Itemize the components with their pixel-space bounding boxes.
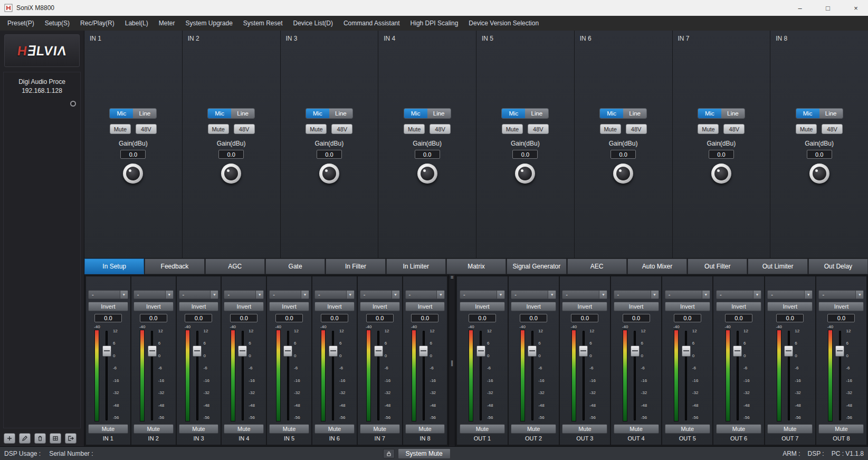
mic-button[interactable]: Mic	[796, 109, 819, 118]
dropdown-arrow-icon[interactable]: ▼	[497, 291, 504, 299]
fader[interactable]	[283, 330, 292, 421]
fader-handle[interactable]	[682, 346, 691, 357]
line-button[interactable]: Line	[623, 109, 646, 118]
level-value-field[interactable]: 0.0	[275, 314, 303, 322]
tab-in-setup[interactable]: In Setup	[84, 258, 144, 274]
dropdown-arrow-icon[interactable]: ▼	[804, 291, 812, 299]
mute-button[interactable]: Mute	[698, 124, 719, 134]
tab-out-limiter[interactable]: Out Limiter	[748, 258, 807, 274]
level-value-field[interactable]: 0.0	[411, 314, 438, 322]
gain-value-field[interactable]: 0.0	[120, 150, 146, 159]
close-button[interactable]: ×	[844, 0, 868, 16]
dropdown-arrow-icon[interactable]: ▼	[702, 291, 710, 299]
phantom-48v-button[interactable]: 48V	[626, 124, 647, 134]
route-select[interactable]: - ▼	[314, 290, 355, 299]
level-value-field[interactable]: 0.0	[827, 314, 855, 322]
dropdown-arrow-icon[interactable]: ▼	[855, 291, 863, 299]
route-select[interactable]: - ▼	[562, 290, 607, 299]
fader[interactable]	[374, 330, 383, 421]
level-value-field[interactable]: 0.0	[725, 314, 752, 322]
mute-button[interactable]: Mute	[360, 424, 400, 434]
fader-handle[interactable]	[528, 346, 537, 357]
level-value-field[interactable]: 0.0	[94, 314, 122, 322]
fader-handle[interactable]	[193, 346, 202, 357]
fader-handle[interactable]	[476, 346, 485, 357]
line-button[interactable]: Line	[819, 109, 843, 118]
mute-button[interactable]: Mute	[179, 424, 219, 434]
route-select[interactable]: - ▼	[224, 290, 264, 299]
fader[interactable]	[835, 330, 844, 421]
route-select[interactable]: - ▼	[179, 290, 219, 299]
tab-signal-generator[interactable]: Signal Generator	[507, 258, 566, 274]
route-select[interactable]: - ▼	[665, 290, 710, 299]
gain-value-field[interactable]: 0.0	[807, 150, 832, 159]
level-value-field[interactable]: 0.0	[571, 314, 598, 322]
route-select[interactable]: - ▼	[405, 290, 445, 299]
menu-item-device-version-selection[interactable]: Device Version Selection	[463, 16, 544, 31]
gain-knob[interactable]	[221, 164, 241, 184]
gain-knob[interactable]	[319, 164, 339, 184]
phantom-48v-button[interactable]: 48V	[331, 124, 352, 134]
menu-item-label-l[interactable]: Label(L)	[120, 16, 154, 31]
route-select[interactable]: - ▼	[269, 290, 309, 299]
mute-button[interactable]: Mute	[796, 124, 817, 134]
mute-button[interactable]: Mute	[614, 424, 659, 434]
route-select[interactable]: - ▼	[133, 290, 174, 299]
mute-button[interactable]: Mute	[224, 424, 264, 434]
fader-handle[interactable]	[374, 346, 383, 357]
panel-splitter[interactable]: ≡ ∥	[449, 275, 455, 446]
dropdown-arrow-icon[interactable]: ▼	[548, 291, 556, 299]
mute-button[interactable]: Mute	[511, 424, 556, 434]
tab-in-filter[interactable]: In Filter	[326, 258, 385, 274]
fader[interactable]	[329, 330, 338, 421]
tab-feedback[interactable]: Feedback	[145, 258, 204, 274]
mute-button[interactable]: Mute	[818, 424, 864, 434]
invert-button[interactable]: Invert	[818, 302, 864, 311]
invert-button[interactable]: Invert	[269, 302, 309, 311]
menu-item-setup-s[interactable]: Setup(S)	[40, 16, 75, 31]
mute-button[interactable]: Mute	[502, 124, 523, 134]
route-select[interactable]: - ▼	[818, 290, 864, 299]
fader-handle[interactable]	[631, 346, 640, 357]
lock-button[interactable]	[383, 449, 395, 458]
mic-button[interactable]: Mic	[502, 109, 525, 118]
route-select[interactable]: - ▼	[716, 290, 761, 299]
invert-button[interactable]: Invert	[716, 302, 761, 311]
maximize-button[interactable]: □	[816, 0, 840, 16]
delete-device-button[interactable]	[34, 433, 46, 444]
level-value-field[interactable]: 0.0	[623, 314, 650, 322]
invert-button[interactable]: Invert	[767, 302, 813, 311]
mute-button[interactable]: Mute	[306, 124, 327, 134]
dropdown-arrow-icon[interactable]: ▼	[392, 291, 399, 299]
menu-item-system-upgrade[interactable]: System Upgrade	[180, 16, 237, 31]
mute-button[interactable]: Mute	[404, 124, 425, 134]
menu-item-rec-play-r[interactable]: Rec/Play(R)	[75, 16, 120, 31]
gain-value-field[interactable]: 0.0	[709, 150, 734, 159]
mute-button[interactable]: Mute	[767, 424, 813, 434]
dropdown-arrow-icon[interactable]: ▼	[210, 291, 218, 299]
menu-item-preset-p[interactable]: Preset(P)	[2, 16, 40, 31]
mute-button[interactable]: Mute	[562, 424, 607, 434]
fader-handle[interactable]	[238, 346, 247, 357]
fader[interactable]	[631, 330, 640, 421]
edit-device-button[interactable]	[19, 433, 31, 444]
tab-aec[interactable]: AEC	[567, 258, 627, 274]
mute-button[interactable]: Mute	[716, 424, 761, 434]
tab-auto-mixer[interactable]: Auto Mixer	[627, 258, 687, 274]
tab-matrix[interactable]: Matrix	[446, 258, 506, 274]
phantom-48v-button[interactable]: 48V	[822, 124, 843, 134]
route-select[interactable]: - ▼	[511, 290, 556, 299]
route-select[interactable]: - ▼	[767, 290, 813, 299]
tab-out-filter[interactable]: Out Filter	[688, 258, 747, 274]
mic-button[interactable]: Mic	[600, 109, 623, 118]
dropdown-arrow-icon[interactable]: ▼	[165, 291, 173, 299]
mute-button[interactable]: Mute	[110, 124, 131, 134]
phantom-48v-button[interactable]: 48V	[430, 124, 451, 134]
system-mute-button[interactable]: System Mute	[398, 448, 451, 459]
level-value-field[interactable]: 0.0	[140, 314, 167, 322]
level-value-field[interactable]: 0.0	[520, 314, 547, 322]
fader[interactable]	[784, 330, 793, 421]
mute-button[interactable]: Mute	[600, 124, 621, 134]
fader[interactable]	[193, 330, 202, 421]
mic-button[interactable]: Mic	[208, 109, 231, 118]
